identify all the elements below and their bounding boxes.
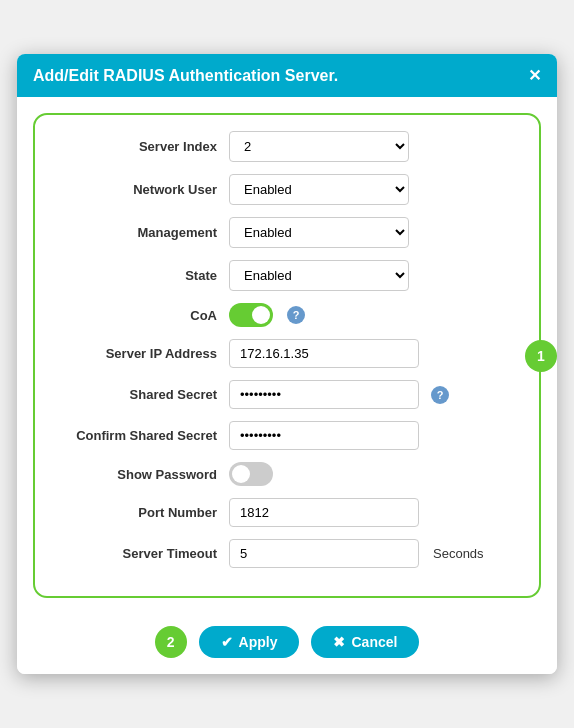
show-password-slider	[229, 462, 273, 486]
shared-secret-help-icon[interactable]: ?	[431, 386, 449, 404]
modal-header: Add/Edit RADIUS Authentication Server. ✕	[17, 54, 557, 97]
show-password-toggle[interactable]	[229, 462, 273, 486]
coa-row: CoA ?	[59, 303, 515, 327]
network-user-label: Network User	[59, 182, 229, 197]
cancel-icon: ✖	[333, 634, 345, 650]
server-timeout-control: Seconds	[229, 539, 515, 568]
confirm-secret-control	[229, 421, 515, 450]
state-row: State Enabled Disabled	[59, 260, 515, 291]
server-index-label: Server Index	[59, 139, 229, 154]
server-ip-label: Server IP Address	[59, 346, 229, 361]
modal-dialog: Add/Edit RADIUS Authentication Server. ✕…	[17, 54, 557, 674]
coa-toggle[interactable]	[229, 303, 273, 327]
state-control: Enabled Disabled	[229, 260, 515, 291]
state-label: State	[59, 268, 229, 283]
confirm-secret-row: Confirm Shared Secret	[59, 421, 515, 450]
modal-title: Add/Edit RADIUS Authentication Server.	[33, 67, 338, 85]
modal-body: 1 Server Index 2 1 3 4 5 Network User	[17, 97, 557, 614]
network-user-row: Network User Enabled Disabled	[59, 174, 515, 205]
port-number-input[interactable]	[229, 498, 419, 527]
step-badge-1: 1	[525, 340, 557, 372]
step-badge-2: 2	[155, 626, 187, 658]
coa-label: CoA	[59, 308, 229, 323]
server-ip-row: Server IP Address	[59, 339, 515, 368]
server-timeout-suffix: Seconds	[433, 546, 484, 561]
port-number-control	[229, 498, 515, 527]
coa-help-icon[interactable]: ?	[287, 306, 305, 324]
show-password-row: Show Password	[59, 462, 515, 486]
confirm-secret-input[interactable]	[229, 421, 419, 450]
port-number-row: Port Number	[59, 498, 515, 527]
server-index-control: 2 1 3 4 5	[229, 131, 515, 162]
management-label: Management	[59, 225, 229, 240]
shared-secret-label: Shared Secret	[59, 387, 229, 402]
apply-label: Apply	[239, 634, 278, 650]
coa-control: ?	[229, 303, 515, 327]
cancel-label: Cancel	[351, 634, 397, 650]
network-user-control: Enabled Disabled	[229, 174, 515, 205]
server-ip-control	[229, 339, 515, 368]
management-row: Management Enabled Disabled	[59, 217, 515, 248]
apply-icon: ✔	[221, 634, 233, 650]
coa-slider	[229, 303, 273, 327]
server-timeout-label: Server Timeout	[59, 546, 229, 561]
show-password-control	[229, 462, 515, 486]
management-control: Enabled Disabled	[229, 217, 515, 248]
management-select[interactable]: Enabled Disabled	[229, 217, 409, 248]
network-user-select[interactable]: Enabled Disabled	[229, 174, 409, 205]
close-button[interactable]: ✕	[528, 66, 541, 85]
server-timeout-row: Server Timeout Seconds	[59, 539, 515, 568]
cancel-button[interactable]: ✖ Cancel	[311, 626, 419, 658]
form-container: 1 Server Index 2 1 3 4 5 Network User	[33, 113, 541, 598]
server-index-select[interactable]: 2 1 3 4 5	[229, 131, 409, 162]
confirm-secret-label: Confirm Shared Secret	[59, 428, 229, 443]
server-timeout-input[interactable]	[229, 539, 419, 568]
server-ip-input[interactable]	[229, 339, 419, 368]
show-password-label: Show Password	[59, 467, 229, 482]
shared-secret-control: ?	[229, 380, 515, 409]
shared-secret-row: Shared Secret ?	[59, 380, 515, 409]
apply-button[interactable]: ✔ Apply	[199, 626, 300, 658]
state-select[interactable]: Enabled Disabled	[229, 260, 409, 291]
server-index-row: Server Index 2 1 3 4 5	[59, 131, 515, 162]
port-number-label: Port Number	[59, 505, 229, 520]
shared-secret-input[interactable]	[229, 380, 419, 409]
modal-footer: 2 ✔ Apply ✖ Cancel	[17, 614, 557, 674]
